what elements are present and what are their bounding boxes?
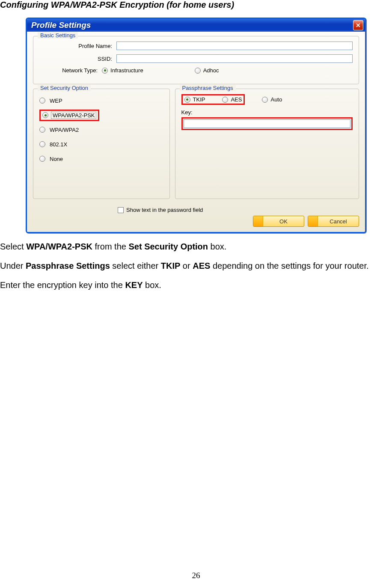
radio-label: None (49, 155, 64, 163)
network-type-infrastructure[interactable]: Infrastructure (102, 67, 143, 74)
security-wpa-wpa2-psk[interactable]: WPA/WPA2-PSK (39, 109, 163, 122)
radio-label: WPA/WPA2 (49, 126, 80, 134)
key-input[interactable] (184, 119, 350, 128)
basic-settings-legend: Basic Settings (38, 32, 78, 39)
network-type-label: Network Type: (39, 67, 102, 74)
radio-icon (102, 68, 108, 74)
cancel-button[interactable]: Cancel (308, 216, 359, 227)
instruction-para-1: Select WPA/WPA2-PSK from the Set Securit… (0, 241, 392, 252)
radio-label: Auto (270, 96, 282, 103)
button-accent-icon (253, 216, 263, 226)
dialog-body: Basic Settings Profile Name: SSID: Netwo… (27, 32, 365, 232)
basic-settings-group: Basic Settings Profile Name: SSID: Netwo… (33, 36, 359, 84)
close-button[interactable]: ✕ (353, 20, 363, 30)
passphrase-settings-legend: Passphrase Settings (180, 85, 236, 91)
radio-icon (195, 68, 201, 74)
show-password-checkbox[interactable]: Show text in the password field (33, 207, 359, 213)
instruction-para-3: Enter the encryption key into the KEY bo… (0, 279, 392, 291)
radio-icon (262, 97, 268, 103)
radio-icon (42, 112, 48, 118)
profile-name-label: Profile Name: (39, 43, 116, 49)
page-number: 26 (0, 571, 392, 580)
checkbox-icon (118, 207, 124, 213)
profile-name-input[interactable] (116, 42, 353, 50)
radio-label: TKIP (193, 96, 205, 103)
security-wep[interactable]: WEP (39, 94, 163, 107)
passphrase-aes[interactable]: AES (222, 96, 242, 103)
radio-icon (39, 127, 45, 133)
radio-icon (184, 97, 190, 103)
radio-icon (222, 97, 228, 103)
radio-icon (39, 98, 45, 104)
radio-label: Adhoc (203, 67, 219, 74)
passphrase-settings-group: Passphrase Settings TKIP AES (175, 89, 359, 199)
radio-label: WPA/WPA2-PSK (51, 112, 96, 119)
radio-label: AES (231, 96, 242, 103)
radio-icon (39, 141, 45, 147)
doc-heading: Configuring WPA/WPA2-PSK Encryption (for… (0, 0, 392, 12)
close-icon: ✕ (356, 22, 361, 29)
ssid-input[interactable] (116, 54, 353, 63)
radio-icon (39, 156, 45, 162)
instruction-para-2: Under Passphrase Settings select either … (0, 260, 392, 272)
ok-button[interactable]: OK (253, 216, 304, 227)
security-option-group: Set Security Option WEP WPA/WPA2-PSK (33, 89, 170, 199)
profile-settings-dialog: Profile Settings ✕ Basic Settings Profil… (26, 18, 366, 233)
radio-label: 802.1X (49, 141, 68, 148)
network-type-adhoc[interactable]: Adhoc (195, 67, 219, 74)
passphrase-tkip[interactable]: TKIP (184, 96, 205, 103)
security-8021x[interactable]: 802.1X (39, 138, 163, 151)
button-accent-icon (308, 216, 318, 226)
passphrase-auto[interactable]: Auto (262, 96, 282, 103)
checkbox-label: Show text in the password field (126, 207, 203, 213)
ssid-label: SSID: (39, 56, 116, 62)
button-label: OK (263, 216, 304, 226)
window-title: Profile Settings (31, 21, 353, 30)
titlebar[interactable]: Profile Settings ✕ (27, 19, 365, 32)
key-label: Key: (181, 109, 353, 116)
security-none[interactable]: None (39, 152, 163, 165)
security-option-legend: Set Security Option (38, 85, 91, 91)
radio-label: Infrastructure (110, 67, 143, 74)
button-label: Cancel (318, 216, 359, 226)
radio-label: WEP (49, 97, 63, 104)
security-wpa-wpa2[interactable]: WPA/WPA2 (39, 123, 163, 136)
